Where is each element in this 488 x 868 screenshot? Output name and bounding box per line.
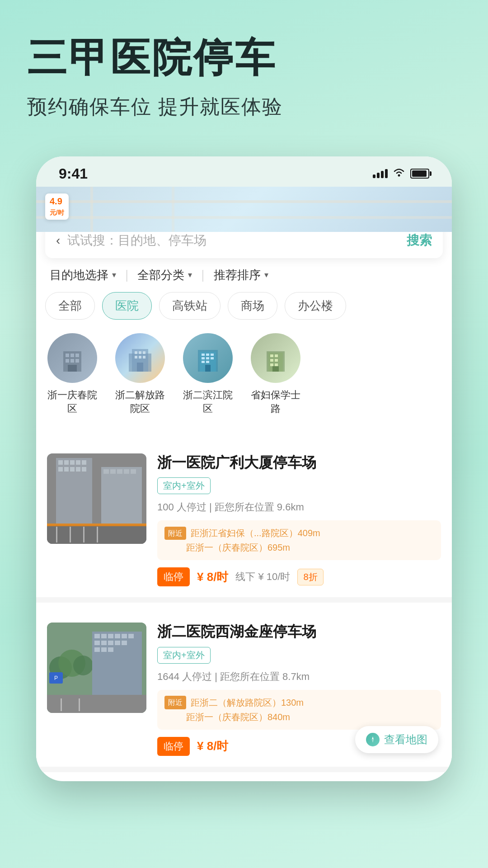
signal-icon bbox=[373, 169, 388, 178]
search-input[interactable]: 试试搜：目的地、停车场 bbox=[67, 232, 407, 249]
svg-rect-13 bbox=[143, 351, 145, 354]
svg-rect-2 bbox=[66, 354, 69, 357]
hospital-item-1[interactable]: 浙二解放路院区 bbox=[113, 333, 167, 415]
svg-rect-81 bbox=[108, 647, 113, 652]
svg-rect-73 bbox=[128, 634, 134, 638]
battery-icon bbox=[410, 169, 429, 179]
category-tab-all[interactable]: 全部 bbox=[45, 292, 95, 320]
filter-sort[interactable]: 推荐排序 ▾ bbox=[214, 267, 268, 283]
parking-card-0[interactable]: 浙一医院广利大厦停车场 室内+室外 100 人停过 | 距您所在位置 9.6km… bbox=[36, 443, 452, 603]
svg-rect-41 bbox=[64, 460, 69, 465]
hospital-circle-2 bbox=[183, 333, 233, 383]
chevron-down-icon: ▾ bbox=[188, 270, 192, 280]
svg-rect-80 bbox=[101, 647, 107, 652]
svg-rect-75 bbox=[101, 641, 107, 645]
svg-rect-55 bbox=[97, 527, 98, 542]
price-main-1: ¥ 8/时 bbox=[197, 738, 228, 754]
map-view-button[interactable]: 查看地图 bbox=[355, 726, 438, 753]
price-main-0: ¥ 8/时 bbox=[197, 569, 228, 585]
category-tab-mall[interactable]: 商场 bbox=[228, 292, 277, 320]
status-bar: 9:41 bbox=[36, 156, 452, 187]
svg-rect-28 bbox=[205, 365, 211, 372]
wifi-icon bbox=[393, 168, 405, 179]
svg-rect-43 bbox=[76, 460, 80, 465]
category-tab-office[interactable]: 办公楼 bbox=[285, 292, 346, 320]
svg-rect-31 bbox=[270, 354, 273, 357]
hospital-name-2: 浙二滨江院区 bbox=[181, 388, 235, 415]
parking-tag-1: 室内+室外 bbox=[157, 647, 211, 664]
hero-section: 三甲医院停车 预约确保车位 提升就医体验 bbox=[0, 0, 488, 138]
hospital-circle-3 bbox=[251, 333, 300, 383]
svg-rect-3 bbox=[70, 354, 74, 357]
svg-rect-23 bbox=[202, 357, 205, 359]
bottom-panel: 浙一医院广利大厦停车场 室内+室外 100 人停过 | 距您所在位置 9.6km… bbox=[36, 429, 452, 772]
svg-rect-26 bbox=[202, 361, 205, 363]
svg-rect-48 bbox=[76, 467, 80, 472]
svg-rect-12 bbox=[139, 351, 141, 354]
svg-rect-42 bbox=[70, 460, 75, 465]
svg-point-66 bbox=[73, 656, 93, 675]
price-offline-0: 线下 ¥ 10/时 bbox=[235, 570, 290, 584]
parking-tag-0: 室内+室外 bbox=[157, 477, 211, 494]
svg-rect-11 bbox=[135, 351, 137, 354]
discount-badge-0: 8折 bbox=[297, 569, 323, 585]
status-icons bbox=[373, 168, 429, 179]
parking-stats-1: 1644 人停过 | 距您所在位置 8.7km bbox=[157, 670, 441, 684]
svg-rect-25 bbox=[211, 357, 214, 359]
status-time: 9:41 bbox=[59, 165, 88, 182]
hospital-circle-1 bbox=[115, 333, 165, 383]
svg-rect-22 bbox=[211, 354, 214, 356]
svg-rect-16 bbox=[143, 356, 145, 359]
svg-rect-6 bbox=[70, 359, 74, 363]
price-row-0: 临停 ¥ 8/时 线下 ¥ 10/时 8折 bbox=[157, 567, 441, 586]
svg-rect-44 bbox=[82, 460, 86, 465]
svg-rect-84 bbox=[79, 698, 80, 711]
svg-rect-47 bbox=[70, 467, 75, 472]
svg-rect-20 bbox=[202, 354, 205, 356]
nearby-badge: 附近 bbox=[164, 527, 186, 540]
nearby-badge: 附近 bbox=[164, 696, 186, 709]
svg-rect-57 bbox=[101, 467, 142, 524]
svg-rect-8 bbox=[68, 365, 77, 372]
svg-rect-7 bbox=[75, 359, 79, 363]
svg-rect-59 bbox=[110, 469, 116, 474]
filter-destination[interactable]: 目的地选择 ▾ bbox=[50, 267, 116, 283]
phone-content: ‹ 试试搜：目的地、停车场 搜索 目的地选择 ▾ | 全部分类 ▾ | 推荐排序 bbox=[36, 232, 452, 781]
svg-rect-14 bbox=[135, 356, 137, 359]
nearby-row-0-1: 距浙一（庆春院区）695m bbox=[164, 540, 434, 555]
parking-image-1: P bbox=[47, 623, 146, 713]
hospital-item-2[interactable]: 浙二滨江院区 bbox=[181, 333, 235, 415]
hospital-item-0[interactable]: 浙一庆春院区 bbox=[45, 333, 99, 415]
svg-rect-4 bbox=[75, 354, 79, 357]
svg-rect-79 bbox=[94, 647, 100, 652]
svg-rect-24 bbox=[206, 357, 209, 359]
parking-name-0: 浙一医院广利大厦停车场 bbox=[157, 453, 441, 472]
category-tab-train[interactable]: 高铁站 bbox=[159, 292, 221, 320]
hospital-item-3[interactable]: 省妇保学士路 bbox=[249, 333, 303, 415]
svg-rect-53 bbox=[70, 527, 71, 542]
svg-rect-40 bbox=[58, 460, 63, 465]
svg-rect-36 bbox=[275, 363, 278, 366]
nearby-row-1-1: 距浙一（庆春院区）840m bbox=[164, 710, 434, 724]
svg-rect-35 bbox=[270, 363, 273, 366]
back-button[interactable]: ‹ bbox=[56, 233, 60, 248]
svg-rect-77 bbox=[115, 641, 120, 645]
category-tab-hospital[interactable]: 医院 bbox=[102, 292, 152, 320]
svg-rect-72 bbox=[122, 634, 127, 638]
category-tabs: 全部 医院 高铁站 商场 办公楼 bbox=[36, 292, 452, 329]
map-background: 4.9元/时 bbox=[36, 187, 452, 232]
nearby-box-1: 附近 距浙二（解放路院区）130m 距浙一（庆春院区）840m bbox=[157, 690, 441, 730]
nearby-box-0: 附近 距浙江省妇保（...路院区）409m 距浙一（庆春院区）695m bbox=[157, 520, 441, 560]
svg-marker-88 bbox=[372, 740, 374, 743]
parking-name-1: 浙二医院西湖金座停车场 bbox=[157, 623, 441, 642]
svg-rect-27 bbox=[206, 361, 209, 363]
search-button[interactable]: 搜索 bbox=[407, 232, 432, 249]
hospital-circles: 浙一庆春院区 bbox=[36, 329, 452, 429]
svg-rect-70 bbox=[108, 634, 113, 638]
svg-rect-37 bbox=[272, 366, 279, 372]
parking-card-1[interactable]: P 浙二医院西湖金座停车场 室内+室外 1644 人停过 | 距您所在位置 8.… bbox=[36, 612, 452, 772]
phone-frame: 9:41 bbox=[36, 156, 452, 781]
search-bar[interactable]: ‹ 试试搜：目的地、停车场 搜索 bbox=[45, 232, 443, 258]
filter-category[interactable]: 全部分类 ▾ bbox=[137, 267, 192, 283]
svg-rect-49 bbox=[82, 467, 86, 472]
